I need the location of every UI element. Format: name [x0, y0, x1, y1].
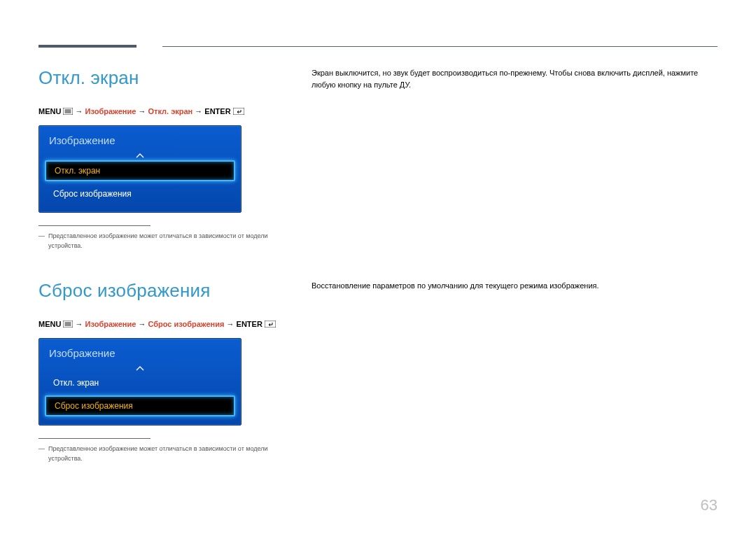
menu-icon: [63, 108, 73, 115]
enter-icon: [233, 108, 244, 115]
breadcrumb-menu: MENU: [38, 107, 61, 115]
breadcrumb-level-1: Изображение: [85, 107, 136, 115]
chevron-up-icon: [43, 362, 237, 369]
footnote: Представленное изображение может отличат…: [38, 444, 290, 463]
header-accent-bar: [38, 45, 136, 48]
osd-item[interactable]: Сброс изображения: [45, 184, 235, 204]
header-divider: [162, 46, 718, 47]
breadcrumb-level-1: Изображение: [85, 320, 136, 328]
breadcrumb-enter: ENTER: [204, 107, 230, 115]
page-number: 63: [701, 496, 718, 514]
breadcrumb-arrow: →: [76, 107, 85, 115]
osd-title: Изображение: [43, 133, 237, 149]
osd-item-selected[interactable]: Сброс изображения: [45, 395, 235, 416]
chevron-up-icon: [43, 149, 237, 156]
breadcrumb-arrow: →: [226, 320, 236, 328]
osd-item[interactable]: Откл. экран: [45, 373, 235, 393]
page-content: Откл. экран Экран выключится, но звук бу…: [38, 67, 718, 487]
osd-preview-panel: Изображение Откл. экран Сброс изображени…: [38, 125, 241, 213]
breadcrumb-menu: MENU: [38, 320, 61, 328]
enter-icon: [265, 321, 276, 328]
svg-rect-9: [265, 321, 276, 328]
breadcrumb-arrow: →: [195, 107, 204, 115]
breadcrumb-path: MENU → Изображение → Сброс изображения →…: [38, 320, 718, 328]
note-divider: [38, 438, 150, 439]
section-reset-picture: Сброс изображения Восстановление парамет…: [38, 280, 718, 463]
svg-rect-4: [233, 108, 244, 115]
osd-preview-panel: Изображение Откл. экран Сброс изображени…: [38, 338, 241, 426]
breadcrumb-arrow: →: [138, 320, 148, 328]
breadcrumb-path: MENU → Изображение → Откл. экран → ENTER: [38, 107, 718, 115]
section-description: Экран выключится, но звук будет воспроиз…: [312, 67, 718, 90]
osd-title: Изображение: [43, 346, 237, 362]
section-description: Восстановление параметров по умолчанию д…: [312, 280, 718, 292]
breadcrumb-level-2: Сброс изображения: [148, 320, 224, 328]
menu-icon: [63, 321, 73, 328]
osd-item-selected[interactable]: Откл. экран: [45, 160, 235, 181]
breadcrumb-enter: ENTER: [237, 320, 262, 328]
breadcrumb-arrow: →: [138, 107, 148, 115]
breadcrumb-level-2: Откл. экран: [148, 107, 192, 115]
section-screen-off: Откл. экран Экран выключится, но звук бу…: [38, 67, 718, 251]
note-divider: [38, 225, 150, 226]
breadcrumb-arrow: →: [76, 320, 85, 328]
footnote: Представленное изображение может отличат…: [38, 232, 290, 251]
